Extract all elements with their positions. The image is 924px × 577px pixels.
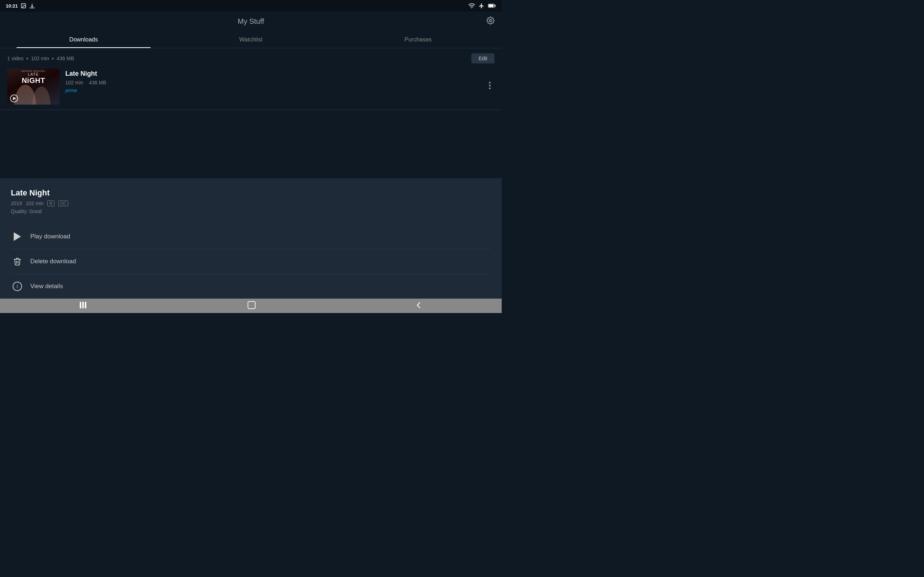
content-area: 1 video 102 min 436 MB Edit AMAZON ORIGI… [0,48,502,110]
svg-point-1 [23,5,23,5]
separator-dot-2 [52,58,54,60]
home-nav-button[interactable] [237,299,267,313]
time-display: 10:21 [6,3,18,9]
menu-nav-button[interactable] [69,300,99,312]
thumbnail-text: AMAZON ORIGINAL LATE NiGHT [7,70,60,85]
status-left: 10:21 [6,3,35,9]
svg-rect-16 [248,301,255,308]
delete-download-label: Delete download [30,258,76,265]
play-download-icon-container [11,230,24,243]
status-right [468,3,496,9]
info-icon: i [13,282,22,291]
view-details-icon-container: i [11,280,24,293]
play-icon [14,232,21,241]
thumbnail-late: LATE [7,72,60,76]
navigation-bar [0,298,502,313]
prime-badge: prime [65,88,494,93]
movie-duration: 102 min [65,80,83,85]
sheet-duration: 102 min [26,200,44,206]
svg-point-9 [32,87,50,105]
movie-title: Late Night [65,70,494,77]
back-chevron-icon [415,301,422,309]
sheet-quality: Quality: Good [11,208,491,214]
tab-downloads[interactable]: Downloads [0,31,167,48]
view-details-label: View details [30,283,63,290]
play-download-label: Play download [30,233,70,240]
status-bar: 10:21 [0,0,502,11]
movie-size: 436 MB [89,80,106,85]
tabs-bar: Downloads Watchlist Purchases [0,31,502,48]
delete-download-icon-container [11,255,24,268]
home-circle-icon [247,301,255,309]
movie-list-item[interactable]: AMAZON ORIGINAL LATE NiGHT Late Night 10… [7,69,494,105]
airplane-icon [478,3,485,9]
sheet-movie-title: Late Night [11,188,491,198]
svg-rect-13 [80,302,81,308]
thumbnail-night: NiGHT [7,76,60,85]
svg-point-12 [489,88,491,89]
gear-icon [486,16,494,24]
svg-point-11 [489,85,491,87]
size-meta: 436 MB [57,56,74,61]
ellipsis-vertical-icon [489,81,491,90]
page-title: My Stuff [238,17,264,26]
tab-purchases[interactable]: Purchases [334,31,502,48]
content-meta: 1 video 102 min 436 MB Edit [7,53,494,63]
separator-dot-1 [26,58,28,60]
svg-point-3 [472,8,472,8]
thumbnail-play-button[interactable] [10,95,18,102]
svg-rect-6 [495,5,496,7]
movie-thumbnail: AMAZON ORIGINAL LATE NiGHT [7,69,60,105]
play-download-action[interactable]: Play download [11,224,491,249]
meta-info: 1 video 102 min 436 MB [7,56,74,61]
svg-rect-5 [489,4,493,7]
cc-badge: CC [58,200,68,206]
image-icon [21,3,26,9]
movie-details: Late Night 102 min 436 MB prime [65,69,494,93]
play-triangle-icon [13,97,16,100]
battery-icon [488,3,496,8]
video-count: 1 video [7,56,23,61]
bottom-sheet: Late Night 2019 102 min R CC Quality: Go… [0,178,502,298]
menu-lines-icon [80,302,88,308]
back-nav-button[interactable] [405,299,433,313]
tab-watchlist[interactable]: Watchlist [167,31,334,48]
download-icon [29,3,35,9]
delete-download-action[interactable]: Delete download [11,249,491,274]
svg-rect-15 [85,302,86,308]
rating-badge: R [47,200,55,206]
trash-icon [13,257,22,266]
duration-meta: 102 min [31,56,49,61]
header: My Stuff [0,11,502,31]
svg-point-10 [489,82,491,84]
edit-button[interactable]: Edit [472,53,494,63]
movie-specs: 102 min 436 MB [65,80,494,85]
svg-point-7 [489,19,492,22]
sheet-meta: 2019 102 min R CC [11,200,491,206]
more-options-button[interactable] [485,77,494,95]
svg-rect-14 [82,302,84,308]
view-details-action[interactable]: i View details [11,274,491,298]
sheet-year: 2019 [11,200,22,206]
wifi-icon [468,3,475,8]
settings-button[interactable] [486,16,494,27]
